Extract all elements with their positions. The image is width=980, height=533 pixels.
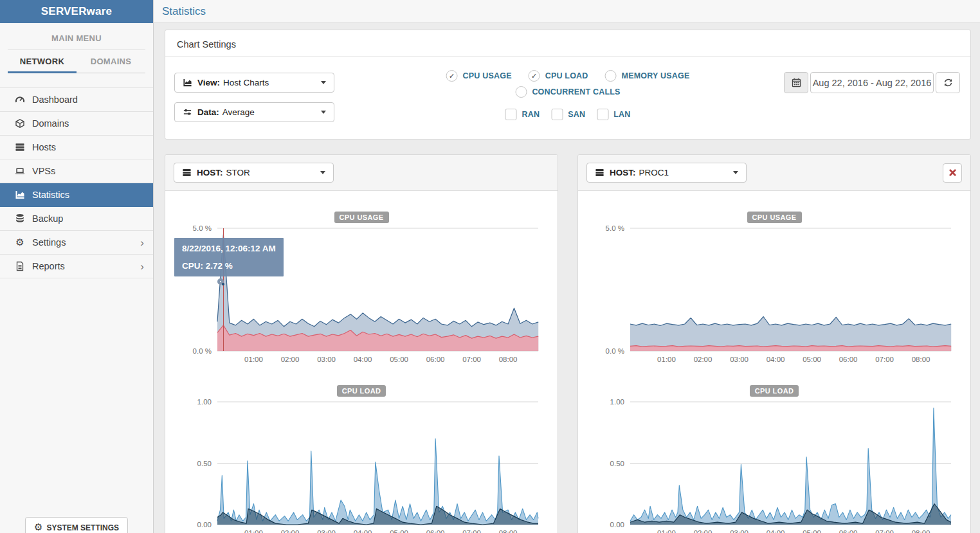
brand-logo: SERVERware bbox=[0, 0, 153, 23]
host-panel-proc1: HOST: PROC1 CPU USAGE 5.0 %0.0 %01:0002:… bbox=[577, 154, 971, 533]
sidebar-item-hosts[interactable]: Hosts bbox=[0, 136, 153, 159]
host-select-stor[interactable]: HOST: STOR bbox=[174, 163, 334, 183]
metric-label[interactable]: CPU LOAD bbox=[545, 71, 588, 80]
checkbox-checked-icon[interactable]: ✓ bbox=[529, 70, 540, 82]
sidebar-item-label: Domains bbox=[32, 118, 69, 129]
date-range-group bbox=[784, 72, 960, 93]
chart-title-badge: CPU LOAD bbox=[337, 385, 386, 397]
host-select-proc1[interactable]: HOST: PROC1 bbox=[586, 163, 747, 183]
network-label[interactable]: LAN bbox=[613, 110, 630, 119]
system-settings-button[interactable]: ⚙ SYSTEM SETTINGS bbox=[25, 517, 128, 533]
data-value: Average bbox=[222, 107, 255, 117]
svg-text:1.00: 1.00 bbox=[197, 398, 212, 406]
close-panel-button[interactable] bbox=[943, 163, 962, 183]
network-label[interactable]: RAN bbox=[522, 110, 540, 119]
svg-text:0.00: 0.00 bbox=[610, 521, 624, 528]
checkbox-unchecked-icon[interactable] bbox=[605, 70, 617, 82]
tooltip-value: CPU: 2.72 % bbox=[182, 261, 276, 271]
svg-text:5.0 %: 5.0 % bbox=[193, 224, 212, 232]
metric-checkbox-memory-usage[interactable]: MEMORY USAGE bbox=[605, 70, 690, 82]
cpu-load-chart[interactable]: 1.000.500.0001:0002:0003:0004:0005:0006:… bbox=[630, 402, 951, 525]
cube-icon bbox=[14, 118, 26, 129]
chevron-down-icon bbox=[320, 171, 325, 174]
chevron-right-icon: › bbox=[140, 261, 144, 272]
metric-label[interactable]: CPU USAGE bbox=[463, 71, 512, 80]
checkbox-checked-icon[interactable]: ✓ bbox=[446, 70, 458, 82]
system-settings-label: SYSTEM SETTINGS bbox=[46, 523, 119, 532]
divider bbox=[165, 56, 970, 57]
report-file-icon bbox=[14, 260, 26, 272]
server-stack-icon bbox=[595, 168, 604, 177]
svg-text:08:00: 08:00 bbox=[912, 529, 930, 533]
network-label[interactable]: SAN bbox=[568, 110, 585, 119]
dashboard-icon bbox=[14, 94, 26, 105]
tab-network[interactable]: NETWORK bbox=[8, 50, 77, 73]
sidebar-item-vpss[interactable]: VPSs bbox=[0, 159, 153, 183]
svg-text:0.0 %: 0.0 % bbox=[606, 347, 624, 355]
panel-header: HOST: PROC1 bbox=[578, 155, 970, 191]
chevron-right-icon: › bbox=[140, 237, 144, 248]
data-select[interactable]: Data: Average bbox=[174, 102, 334, 122]
host-label: HOST: bbox=[197, 168, 223, 177]
sidebar-item-backup[interactable]: Backup bbox=[0, 207, 153, 231]
metric-row-1: ✓ CPU USAGE ✓ CPU LOAD MEMORY USAGE bbox=[446, 70, 690, 82]
sidebar-item-label: Statistics bbox=[32, 190, 69, 200]
checkbox-unchecked-icon[interactable] bbox=[551, 109, 563, 120]
chart-title-badge: CPU USAGE bbox=[334, 212, 389, 223]
sidebar-item-dashboard[interactable]: Dashboard bbox=[0, 88, 153, 112]
cpu-load-chart-block: CPU LOAD 1.000.500.0001:0002:0003:0004:0… bbox=[165, 385, 558, 525]
panel-body: CPU USAGE 8/22/2016, 12:06:12 AM CPU: 2.… bbox=[165, 191, 558, 533]
sidebar-item-label: Dashboard bbox=[32, 95, 78, 105]
svg-text:08:00: 08:00 bbox=[912, 356, 930, 363]
date-range-input[interactable] bbox=[810, 72, 934, 93]
metric-label[interactable]: CONCURRENT CALLS bbox=[532, 87, 620, 96]
sliders-icon bbox=[183, 107, 192, 117]
checkbox-unchecked-icon[interactable] bbox=[597, 109, 608, 120]
sidebar-item-label: VPSs bbox=[32, 166, 55, 176]
tab-domains[interactable]: DOMAINS bbox=[77, 50, 145, 73]
database-icon bbox=[14, 213, 26, 224]
cpu-usage-chart-block: CPU USAGE 8/22/2016, 12:06:12 AM CPU: 2.… bbox=[165, 212, 558, 351]
network-checkbox-ran[interactable]: RAN bbox=[505, 109, 540, 120]
svg-text:04:00: 04:00 bbox=[354, 529, 372, 533]
area-chart-icon bbox=[14, 189, 26, 201]
network-checkbox-lan[interactable]: LAN bbox=[597, 109, 630, 120]
svg-text:01:00: 01:00 bbox=[657, 529, 676, 533]
checkbox-unchecked-icon[interactable] bbox=[505, 109, 517, 120]
server-stack-icon bbox=[182, 168, 192, 177]
svg-text:07:00: 07:00 bbox=[875, 356, 894, 363]
view-select[interactable]: View: Host Charts bbox=[174, 73, 334, 93]
metric-label[interactable]: MEMORY USAGE bbox=[622, 71, 690, 80]
top-bar: Statistics bbox=[154, 0, 980, 23]
cpu-usage-chart[interactable]: 5.0 %0.0 %01:0002:0003:0004:0005:0006:00… bbox=[630, 228, 951, 351]
chevron-down-icon bbox=[321, 111, 326, 114]
metric-checkbox-cpu-usage[interactable]: ✓ CPU USAGE bbox=[446, 70, 512, 82]
cpu-usage-chart[interactable]: 8/22/2016, 12:06:12 AM CPU: 2.72 % 5.0 %… bbox=[217, 228, 538, 351]
checkbox-unchecked-icon[interactable] bbox=[515, 86, 527, 98]
sidebar-item-statistics[interactable]: Statistics bbox=[0, 183, 153, 207]
cpu-load-chart[interactable]: 1.000.500.0001:0002:0003:0004:0005:0006:… bbox=[217, 402, 538, 525]
sidebar-item-domains[interactable]: Domains bbox=[0, 112, 153, 136]
svg-text:05:00: 05:00 bbox=[390, 356, 408, 363]
sidebar-item-settings[interactable]: ⚙ Settings › bbox=[0, 231, 153, 255]
laptop-icon bbox=[14, 165, 26, 177]
refresh-icon bbox=[943, 78, 953, 87]
svg-text:02:00: 02:00 bbox=[694, 356, 712, 363]
calendar-button[interactable] bbox=[784, 72, 808, 93]
svg-text:03:00: 03:00 bbox=[730, 529, 749, 533]
metric-checkbox-concurrent-calls[interactable]: CONCURRENT CALLS bbox=[515, 86, 620, 98]
refresh-button[interactable] bbox=[936, 72, 960, 93]
network-row: RAN SAN LAN bbox=[505, 109, 631, 120]
sidebar-item-reports[interactable]: Reports › bbox=[0, 255, 153, 278]
network-checkbox-san[interactable]: SAN bbox=[551, 109, 585, 120]
svg-text:03:00: 03:00 bbox=[317, 529, 336, 533]
page-title: Statistics bbox=[162, 5, 206, 18]
content: Chart Settings View: Host Charts Data: A… bbox=[154, 23, 980, 533]
metric-checkbox-cpu-load[interactable]: ✓ CPU LOAD bbox=[529, 70, 588, 82]
svg-text:05:00: 05:00 bbox=[803, 356, 821, 363]
panel-header: HOST: STOR bbox=[165, 155, 558, 191]
svg-text:06:00: 06:00 bbox=[426, 529, 445, 533]
chevron-down-icon bbox=[733, 171, 738, 174]
svg-text:5.0 %: 5.0 % bbox=[606, 224, 624, 232]
main-area: Statistics Chart Settings View: Host Cha… bbox=[154, 0, 980, 533]
